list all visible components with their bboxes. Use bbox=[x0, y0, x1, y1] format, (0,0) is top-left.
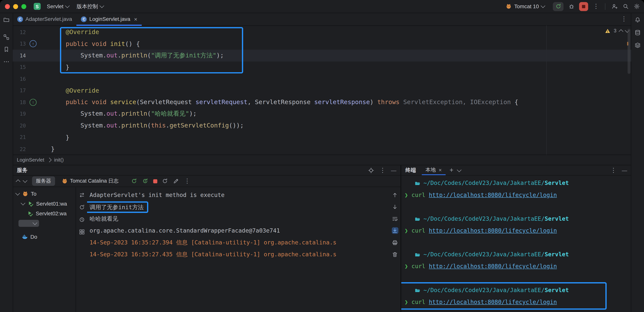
code-line-18[interactable]: 18↑public void service(ServletRequest se… bbox=[13, 97, 631, 108]
minimize-window-button[interactable] bbox=[13, 4, 18, 9]
layers-icon[interactable] bbox=[634, 42, 641, 48]
bookmarks-icon[interactable] bbox=[3, 46, 10, 52]
services-toolbar: 服务器Tomcat Catalina 日志 ⋮ bbox=[13, 175, 400, 187]
close-icon[interactable]: × bbox=[134, 16, 138, 22]
refresh-icon[interactable] bbox=[162, 178, 168, 184]
terminal-options-icon[interactable]: ⋮ bbox=[610, 166, 616, 174]
tree-node[interactable]: To bbox=[13, 189, 76, 198]
rerun-icon[interactable] bbox=[553, 2, 564, 11]
database-icon[interactable] bbox=[634, 29, 641, 36]
kebab-icon[interactable]: ⋮ bbox=[184, 178, 190, 184]
zoom-window-button[interactable] bbox=[21, 4, 26, 9]
arrow-up-icon[interactable] bbox=[392, 192, 398, 198]
code-line-22[interactable]: 22} bbox=[13, 143, 631, 155]
class-icon: C bbox=[17, 16, 23, 22]
restart-icon[interactable] bbox=[142, 178, 148, 184]
vcs-menu[interactable]: 版本控制 bbox=[73, 0, 107, 13]
history-icon[interactable] bbox=[78, 216, 85, 223]
hide-terminal-icon[interactable]: — bbox=[622, 167, 627, 173]
apple-icon bbox=[404, 180, 411, 187]
view-tab-label: 服务器 bbox=[36, 178, 51, 184]
collapse-icon[interactable] bbox=[16, 179, 20, 184]
terminal-prompt: ❯ bbox=[404, 227, 412, 234]
code-line-15[interactable]: 15} bbox=[13, 61, 631, 73]
print-icon[interactable] bbox=[392, 239, 398, 246]
services-view-tab[interactable]: Tomcat Catalina 日志 bbox=[58, 176, 122, 186]
folder-icon[interactable] bbox=[3, 16, 10, 23]
tree-artifact-dropdown[interactable] bbox=[18, 220, 39, 227]
code-with-me-icon[interactable] bbox=[611, 3, 618, 9]
console-line: 哈哈就看见 bbox=[90, 213, 389, 225]
kebab-icon[interactable]: ⋮ bbox=[593, 3, 599, 9]
terminal-url-link[interactable]: http://localhost:8080/lifecycle/login bbox=[429, 227, 557, 234]
terminal-output[interactable]: ~/Doc/Codes/CodeV23/Java/JakartaEE/Servl… bbox=[401, 176, 631, 312]
terminal-url-link[interactable]: http://localhost:8080/lifecycle/login bbox=[429, 192, 557, 198]
terminal-command: curl bbox=[412, 192, 429, 198]
code-line-14[interactable]: 14System.out.println("调用了无参init方法"); bbox=[13, 50, 631, 61]
search-icon[interactable] bbox=[622, 3, 629, 9]
project-menu[interactable]: Servlet bbox=[43, 0, 73, 13]
tab-label: AdapterServlet.java bbox=[26, 16, 72, 22]
terminal-url-link[interactable]: http://localhost:8080/lifecycle/login bbox=[429, 299, 557, 305]
tree-node[interactable]: Servlet01:wa bbox=[13, 198, 76, 208]
editor-tab-adapterservlet-java[interactable]: CAdapterServlet.java bbox=[13, 13, 76, 25]
soft-wrap-icon[interactable] bbox=[392, 215, 398, 222]
scroll-to-end-icon[interactable] bbox=[392, 227, 398, 234]
code-line-17[interactable]: 17@Override bbox=[13, 85, 631, 97]
close-window-button[interactable] bbox=[5, 4, 10, 9]
expand-icon[interactable] bbox=[23, 178, 28, 183]
breadcrumb-method[interactable]: init() bbox=[54, 157, 64, 163]
stop-icon[interactable] bbox=[153, 179, 157, 183]
tree-node[interactable]: Do bbox=[13, 232, 76, 242]
hide-services-icon[interactable]: — bbox=[391, 167, 396, 173]
breadcrumb-class[interactable]: LoginServlet bbox=[17, 157, 44, 163]
terminal-panel: 终端 本地 × + ⋮ — ~/Doc/Codes/CodeV23/Java/J… bbox=[401, 165, 631, 312]
arrow-down-icon[interactable] bbox=[392, 203, 398, 210]
code-line-16[interactable]: 16 bbox=[13, 73, 631, 85]
code-line-20[interactable]: 20System.out.println(this.getServletConf… bbox=[13, 120, 631, 132]
implements-icon[interactable]: ↑ bbox=[30, 99, 36, 106]
grid-icon[interactable] bbox=[78, 229, 85, 235]
previous-problem-icon[interactable] bbox=[619, 29, 623, 34]
swap-icon[interactable] bbox=[78, 192, 85, 198]
editor-tabs-more-icon[interactable]: ⋮ bbox=[620, 16, 627, 22]
debug-icon[interactable] bbox=[568, 3, 574, 9]
code-line-19[interactable]: 19System.out.println("哈哈就看见"); bbox=[13, 108, 631, 120]
sync-icon[interactable] bbox=[78, 204, 85, 210]
annotation-box-console: 调用了无参init方法 bbox=[87, 201, 148, 213]
notifications-icon[interactable] bbox=[634, 16, 641, 23]
line-number: 15 bbox=[13, 64, 26, 70]
new-terminal-icon[interactable]: + bbox=[450, 166, 454, 174]
services-options-icon[interactable]: ⋮ bbox=[380, 166, 386, 174]
editor-scrollbar[interactable] bbox=[628, 29, 630, 74]
edit-icon[interactable] bbox=[173, 178, 179, 184]
run-configuration-select[interactable]: Tomcat 10 bbox=[502, 3, 548, 9]
code-editor[interactable]: 12@Override13↑public void init() {14Syst… bbox=[13, 25, 631, 156]
inspections-widget[interactable]: 3 bbox=[604, 27, 629, 34]
services-view-tab[interactable]: 服务器 bbox=[32, 176, 55, 186]
terminal-command: curl bbox=[412, 299, 429, 305]
more-icon[interactable] bbox=[3, 58, 10, 65]
stop-icon[interactable] bbox=[579, 2, 588, 11]
structure-icon[interactable] bbox=[3, 34, 10, 40]
console-left-toolbar bbox=[76, 187, 87, 312]
console-output[interactable]: AdapterServlet's init method is execute调… bbox=[87, 187, 389, 312]
tree-node[interactable]: Servlet02:wa bbox=[13, 208, 76, 218]
editor-tab-loginservlet-java[interactable]: CLoginServlet.java× bbox=[77, 13, 142, 25]
overrides-icon[interactable]: ↑ bbox=[30, 40, 36, 47]
settings-icon[interactable] bbox=[633, 3, 640, 9]
line-number: 20 bbox=[13, 123, 26, 129]
terminal-type-chevron-icon[interactable] bbox=[457, 167, 461, 172]
code-line-21[interactable]: 21} bbox=[13, 132, 631, 143]
apple-icon bbox=[404, 287, 411, 294]
rerun-icon[interactable] bbox=[131, 178, 138, 184]
code-line-12[interactable]: 12@Override bbox=[13, 26, 631, 38]
code-line-13[interactable]: 13↑public void init() { bbox=[13, 38, 631, 50]
terminal-tab-local[interactable]: 本地 × bbox=[422, 165, 446, 175]
scroll-to-source-icon[interactable] bbox=[368, 167, 374, 173]
close-icon[interactable]: × bbox=[439, 167, 442, 173]
trash-icon[interactable] bbox=[392, 251, 398, 257]
terminal-url-link[interactable]: http://localhost:8080/lifecycle/login bbox=[429, 263, 557, 270]
breadcrumb: LoginServlet init() bbox=[13, 155, 631, 165]
terminal-command: curl bbox=[412, 263, 429, 270]
